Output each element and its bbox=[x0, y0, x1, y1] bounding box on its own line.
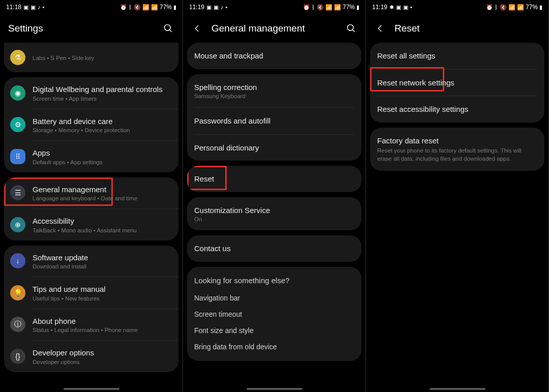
item-passwords[interactable]: Passwords and autofill bbox=[187, 108, 361, 134]
item-title: Personal dictionary bbox=[194, 143, 354, 153]
item-reset[interactable]: Reset bbox=[187, 166, 361, 192]
nav-indicator[interactable] bbox=[64, 388, 119, 390]
battery-pct: 77% bbox=[160, 4, 172, 11]
item-customization[interactable]: Customization Service On bbox=[187, 197, 361, 231]
nav-indicator[interactable] bbox=[430, 388, 485, 390]
item-title: Mouse and trackpad bbox=[194, 51, 354, 61]
item-title: Factory data reset bbox=[377, 136, 537, 146]
item-personal-dictionary[interactable]: Personal dictionary bbox=[187, 135, 361, 161]
tips-icon: 💡 bbox=[10, 285, 25, 300]
chevron-left-icon bbox=[376, 24, 385, 33]
notif-icon: ▣ bbox=[403, 5, 408, 10]
item-title: Reset accessibility settings bbox=[377, 104, 537, 114]
item-reset-all[interactable]: Reset all settings bbox=[370, 43, 544, 69]
screen-reset: 11:19 ✱ ▣ ▣ • ⏰ ᛒ 🔇 📶 📶 77% ▮ Reset Rese… bbox=[366, 0, 549, 392]
search-button[interactable] bbox=[162, 22, 174, 35]
alarm-icon: ⏰ bbox=[486, 5, 493, 10]
item-title: Customization Service bbox=[194, 205, 354, 216]
item-title: Reset bbox=[194, 174, 354, 184]
wellbeing-icon: ◉ bbox=[10, 85, 25, 101]
clock: 11:19 bbox=[189, 4, 204, 11]
item-factory-reset[interactable]: Factory data reset Reset your phone to i… bbox=[370, 128, 544, 171]
settings-item-about-phone[interactable]: ⓘ About phone Status • Legal information… bbox=[4, 309, 178, 341]
header: General management bbox=[183, 14, 365, 43]
item-mouse-trackpad[interactable]: Mouse and trackpad bbox=[187, 43, 361, 69]
card: Spelling correction Samsung Keyboard Pas… bbox=[187, 74, 361, 161]
battery-pct: 77% bbox=[526, 4, 538, 11]
card: Mouse and trackpad bbox=[187, 43, 361, 69]
page-title: Settings bbox=[8, 23, 162, 34]
bluetooth-icon: ᛒ bbox=[312, 5, 315, 10]
notif-icon: ▣ bbox=[30, 5, 36, 10]
battery-icon: ▮ bbox=[539, 5, 542, 10]
nav-indicator[interactable] bbox=[247, 388, 302, 390]
header: Settings bbox=[0, 14, 182, 43]
item-title: About phone bbox=[33, 316, 172, 326]
card-software: ↓ Software update Download and install 💡… bbox=[4, 246, 178, 372]
search-icon bbox=[163, 23, 173, 34]
card-management: ☰ General management Language and keyboa… bbox=[4, 177, 178, 240]
settings-item-advanced[interactable]: ⚗ Labs • S Pen • Side key bbox=[4, 43, 178, 72]
notif-icon: ▣ bbox=[396, 5, 401, 10]
mute-icon: 🔇 bbox=[134, 5, 141, 10]
settings-item-developer[interactable]: {} Developer options Developer options bbox=[4, 341, 178, 372]
settings-item-tips[interactable]: 💡 Tips and user manual Useful tips • New… bbox=[4, 277, 178, 309]
card-advanced: ⚗ Labs • S Pen • Side key bbox=[4, 43, 178, 72]
item-title: Digital Wellbeing and parental controls bbox=[33, 84, 172, 95]
status-bar: 11:19 ▣ ▣ ♪ • ⏰ ᛒ 🔇 📶 📶 77% ▮ bbox=[183, 0, 365, 14]
about-icon: ⓘ bbox=[10, 317, 25, 332]
item-contact-us[interactable]: Contact us bbox=[187, 235, 361, 262]
settings-item-accessibility[interactable]: ⊕ Accessibility TalkBack • Mono audio • … bbox=[4, 209, 178, 240]
back-button[interactable] bbox=[374, 22, 386, 35]
header: Reset bbox=[366, 14, 548, 43]
alarm-icon: ⏰ bbox=[120, 5, 127, 10]
settings-item-battery[interactable]: ⚙ Battery and device care Storage • Memo… bbox=[4, 109, 178, 141]
item-sub: Download and install bbox=[33, 263, 172, 269]
page-title: Reset bbox=[394, 23, 540, 34]
item-spelling[interactable]: Spelling correction Samsung Keyboard bbox=[187, 74, 361, 108]
screen-settings: 11:18 ▣ ▣ ♪ • ⏰ ᛒ 🔇 📶 📶 77% ▮ Settings ⚗… bbox=[0, 0, 183, 392]
item-title: Reset network settings bbox=[377, 78, 537, 88]
svg-point-0 bbox=[165, 25, 171, 31]
status-bar: 11:18 ▣ ▣ ♪ • ⏰ ᛒ 🔇 📶 📶 77% ▮ bbox=[0, 0, 182, 14]
item-title: Accessibility bbox=[33, 216, 172, 226]
item-sub: Screen time • App timers bbox=[33, 96, 172, 102]
card-wellbeing: ◉ Digital Wellbeing and parental control… bbox=[4, 77, 178, 172]
accessibility-icon: ⊕ bbox=[10, 217, 25, 232]
wifi-icon: 📶 bbox=[508, 5, 515, 10]
back-button[interactable] bbox=[191, 22, 203, 35]
general-icon: ☰ bbox=[10, 185, 25, 200]
link-screen-timeout[interactable]: Screen timeout bbox=[187, 306, 361, 322]
notif-icon: ▣ bbox=[23, 5, 28, 10]
item-sub: Storage • Memory • Device protection bbox=[33, 127, 172, 133]
item-title: Software update bbox=[33, 253, 172, 263]
item-reset-network[interactable]: Reset network settings bbox=[370, 70, 544, 96]
signal-icon: 📶 bbox=[334, 5, 341, 10]
item-reset-accessibility[interactable]: Reset accessibility settings bbox=[370, 96, 544, 123]
page-title: General management bbox=[211, 23, 345, 34]
link-bring-data[interactable]: Bring data from old device bbox=[187, 339, 361, 355]
battery-icon: ▮ bbox=[173, 5, 176, 10]
battery-icon: ▮ bbox=[356, 5, 359, 10]
card: Contact us bbox=[187, 235, 361, 262]
item-title: Tips and user manual bbox=[33, 284, 172, 294]
card: Factory data reset Reset your phone to i… bbox=[370, 128, 544, 171]
svg-line-1 bbox=[170, 30, 172, 32]
notif-icon: • bbox=[410, 5, 412, 10]
signal-icon: 📶 bbox=[517, 5, 524, 10]
link-navigation-bar[interactable]: Navigation bar bbox=[187, 290, 361, 306]
battery-pct: 77% bbox=[343, 4, 355, 11]
link-font-size[interactable]: Font size and style bbox=[187, 322, 361, 339]
search-button[interactable] bbox=[345, 22, 357, 35]
signal-icon: 📶 bbox=[151, 5, 158, 10]
mute-icon: 🔇 bbox=[317, 5, 324, 10]
card: Reset all settings Reset network setting… bbox=[370, 43, 544, 123]
notif-icon: ▣ bbox=[214, 5, 219, 10]
notif-icon: ♪ bbox=[38, 5, 41, 10]
card: Reset bbox=[187, 166, 361, 192]
settings-item-apps[interactable]: ⠿ Apps Default apps • App settings bbox=[4, 141, 178, 172]
chevron-left-icon bbox=[193, 24, 202, 33]
settings-item-general-management[interactable]: ☰ General management Language and keyboa… bbox=[4, 177, 178, 209]
settings-item-software-update[interactable]: ↓ Software update Download and install bbox=[4, 246, 178, 277]
settings-item-wellbeing[interactable]: ◉ Digital Wellbeing and parental control… bbox=[4, 77, 178, 109]
